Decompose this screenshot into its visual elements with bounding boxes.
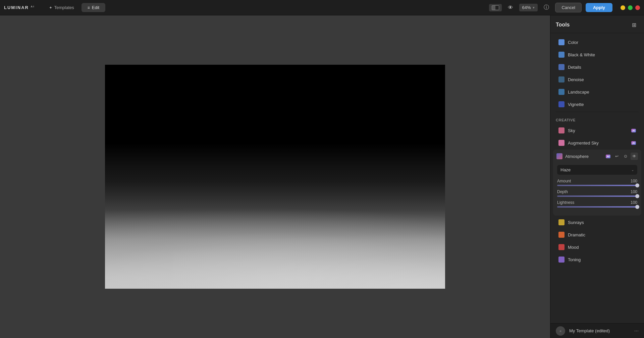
dramatic-icon — [558, 232, 565, 238]
haze-dropdown-arrow-icon: ⌄ — [631, 168, 634, 172]
amount-slider-label: Amount — [557, 179, 571, 183]
atmosphere-actions: ↩ ⊙ 👁 — [613, 153, 638, 160]
color-icon — [558, 39, 565, 45]
tool-item-color[interactable]: Color — [553, 36, 641, 48]
atmosphere-visibility-button[interactable]: 👁 — [631, 153, 638, 160]
augmented-sky-icon — [558, 140, 565, 146]
landscape-icon — [558, 89, 565, 95]
edit-label: Edit — [92, 5, 99, 10]
atmosphere-icon — [556, 153, 562, 159]
tool-item-augmented-sky[interactable]: Augmented Sky AI — [553, 137, 641, 149]
depth-slider-fill — [557, 195, 637, 197]
toning-icon — [558, 257, 565, 263]
lightness-slider-row: Lightness 100 — [557, 200, 637, 208]
denoise-icon — [558, 76, 565, 82]
edit-icon: ≡ — [88, 5, 90, 10]
atmosphere-undo-button[interactable]: ↩ — [613, 153, 621, 160]
tool-item-landscape[interactable]: Landscape — [553, 86, 641, 98]
atmosphere-label: Atmosphere — [565, 154, 602, 159]
templates-label: Templates — [54, 5, 74, 10]
templates-icon: ✦ — [49, 5, 52, 10]
amount-slider-thumb[interactable] — [635, 183, 639, 187]
tool-item-sunrays[interactable]: Sunrays — [553, 216, 641, 228]
lightness-slider-label: Lightness — [557, 200, 574, 205]
compare-button[interactable] — [489, 4, 502, 11]
amount-slider-track[interactable] — [557, 185, 637, 186]
amount-slider-fill — [557, 185, 637, 186]
denoise-label: Denoise — [568, 77, 636, 82]
sidebar-header: Tools ⊞ — [550, 15, 644, 33]
cancel-button[interactable]: Cancel — [555, 3, 581, 12]
zoom-selector[interactable]: 64% ▼ — [519, 4, 538, 11]
lightness-slider-header: Lightness 100 — [557, 200, 637, 205]
lightness-slider-track[interactable] — [557, 206, 637, 208]
mood-label: Mood — [568, 245, 636, 250]
sidebar: Tools ⊞ ⊞ ✏ ◷ Color Black & White Detail… — [550, 15, 644, 338]
vignette-icon — [558, 101, 565, 107]
tab-templates[interactable]: ✦ Templates — [43, 3, 80, 12]
lightness-slider-value: 100 — [631, 200, 637, 205]
toning-label: Toning — [568, 257, 636, 262]
haze-type-label: Haze — [560, 167, 571, 172]
depth-slider-header: Depth 100 — [557, 189, 637, 194]
dramatic-label: Dramatic — [568, 232, 636, 237]
image-canvas — [105, 65, 445, 289]
sky-label: Sky — [568, 128, 627, 133]
template-name: My Template (edited) — [569, 328, 630, 333]
depth-slider-track[interactable] — [557, 195, 637, 197]
atmosphere-panel: Atmosphere AI ↩ ⊙ 👁 Haze ⌄ — [553, 150, 641, 216]
details-icon — [558, 64, 565, 70]
amount-slider-value: 100 — [631, 179, 637, 183]
tool-item-black-white[interactable]: Black & White — [553, 49, 641, 61]
black-white-label: Black & White — [568, 52, 636, 57]
sidebar-body: Color Black & White Details Denoise Land… — [550, 33, 644, 323]
depth-slider-value: 100 — [631, 189, 637, 194]
template-options-button[interactable]: ··· — [634, 328, 639, 334]
depth-slider-thumb[interactable] — [635, 194, 639, 198]
atmosphere-header[interactable]: Atmosphere AI ↩ ⊙ 👁 — [553, 150, 641, 163]
topbar-actions: 👁 64% ▼ ⓘ Cancel Apply — ⤢ ✕ — [489, 3, 640, 12]
vignette-label: Vignette — [568, 102, 636, 107]
amount-slider-header: Amount 100 — [557, 179, 637, 183]
tool-item-mood[interactable]: Mood — [553, 241, 641, 253]
maximize-button[interactable]: ⤢ — [628, 5, 633, 10]
creative-section-header: Creative — [550, 113, 644, 124]
sunrays-icon — [558, 219, 565, 225]
tool-item-details[interactable]: Details — [553, 61, 641, 73]
lightness-slider-thumb[interactable] — [635, 205, 639, 209]
tool-item-toning[interactable]: Toning — [553, 253, 641, 266]
visibility-toggle[interactable]: 👁 — [506, 3, 515, 12]
augmented-sky-label: Augmented Sky — [568, 140, 627, 146]
sky-icon — [558, 127, 565, 133]
color-label: Color — [568, 40, 636, 45]
window-controls: — ⤢ ✕ — [621, 5, 640, 10]
amount-slider-row: Amount 100 — [557, 179, 637, 186]
haze-type-dropdown[interactable]: Haze ⌄ — [557, 165, 637, 175]
compare-icon — [492, 5, 499, 10]
zoom-chevron-icon: ▼ — [532, 6, 535, 9]
atmosphere-content: Haze ⌄ Amount 100 — [553, 163, 641, 216]
landscape-label: Landscape — [568, 90, 636, 95]
augmented-sky-ai-badge: AI — [631, 141, 636, 145]
minimize-button[interactable]: — — [621, 5, 625, 10]
tool-item-vignette[interactable]: Vignette — [553, 98, 641, 110]
close-button[interactable]: ✕ — [635, 5, 640, 10]
atmosphere-reset-button[interactable]: ⊙ — [622, 153, 629, 160]
sky-ai-badge: AI — [631, 129, 636, 132]
depth-slider-row: Depth 100 — [557, 189, 637, 197]
tool-item-dramatic[interactable]: Dramatic — [553, 229, 641, 241]
info-button[interactable]: ⓘ — [542, 3, 551, 12]
atmosphere-ai-badge: AI — [606, 155, 610, 158]
sidebar-menu-button[interactable]: ⊞ — [629, 20, 639, 30]
lightness-slider-fill — [557, 206, 637, 208]
tool-item-sky[interactable]: Sky AI — [553, 124, 641, 136]
divider-1 — [556, 112, 639, 112]
apply-button[interactable]: Apply — [586, 3, 612, 12]
tab-edit[interactable]: ≡ Edit — [82, 3, 105, 12]
main-content: Tools ⊞ ⊞ ✏ ◷ Color Black & White Detail… — [0, 15, 644, 338]
template-avatar-icon: ● — [559, 329, 561, 333]
depth-slider-label: Depth — [557, 189, 568, 194]
sunrays-label: Sunrays — [568, 220, 636, 225]
app-version: AI — [31, 5, 35, 8]
tool-item-denoise[interactable]: Denoise — [553, 73, 641, 86]
